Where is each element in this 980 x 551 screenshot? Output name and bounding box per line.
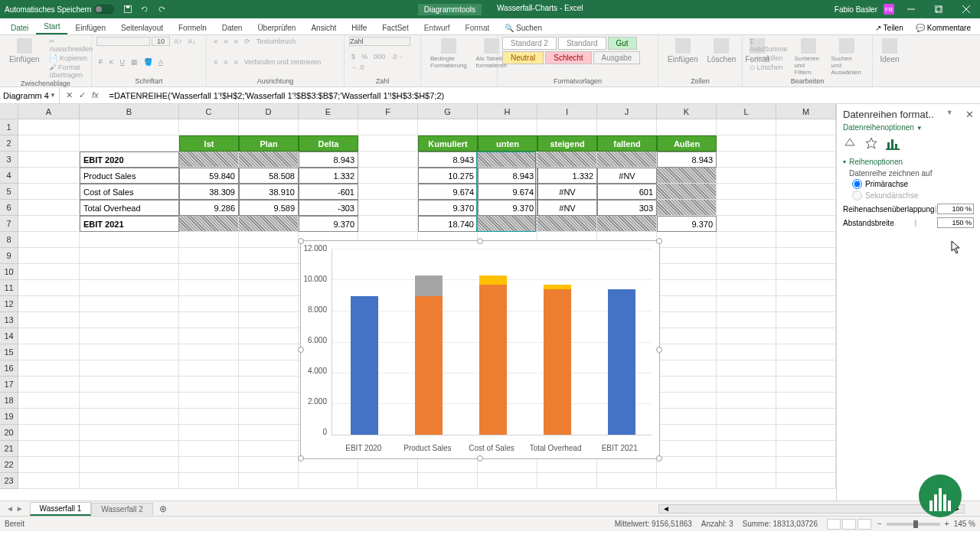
row-header[interactable]: 19 — [0, 409, 18, 425]
row-header[interactable]: 3 — [0, 152, 18, 168]
currency-icon[interactable]: $ — [349, 52, 358, 61]
autosave-toggle[interactable]: Automatisches Speichern — [5, 5, 114, 14]
chart-plot-area[interactable] — [332, 249, 652, 435]
resize-handle[interactable] — [298, 238, 304, 244]
cell[interactable]: Kumuliert — [418, 135, 478, 152]
cell[interactable]: Delta — [299, 135, 358, 152]
formula-input[interactable]: =DATENREIHE('Wasserfall 1'!$H$2;'Wasserf… — [105, 91, 980, 100]
col-header[interactable]: B — [80, 104, 179, 119]
cell[interactable]: 18.740 — [418, 216, 478, 232]
cell[interactable]: 9.589 — [239, 200, 299, 216]
row-header[interactable]: 20 — [0, 425, 18, 441]
cell[interactable] — [537, 152, 597, 168]
font-name-input[interactable] — [96, 37, 150, 46]
fill-button[interactable]: ↓ Ausfüllen — [747, 54, 790, 63]
add-sheet-button[interactable]: ⊕ — [153, 504, 173, 514]
font-size-input[interactable] — [152, 37, 170, 46]
tab-einfuegen[interactable]: Einfügen — [67, 21, 113, 34]
col-header[interactable]: F — [358, 104, 418, 119]
tab-start[interactable]: Start — [36, 20, 67, 34]
style-schlecht[interactable]: Schlecht — [545, 51, 591, 64]
resize-handle[interactable] — [298, 455, 304, 461]
resize-handle[interactable] — [477, 455, 483, 461]
wrap-button[interactable]: Textumbruch — [254, 37, 299, 46]
cell[interactable]: 9.286 — [179, 200, 239, 216]
fx-icon[interactable]: fx — [92, 90, 99, 100]
align-bot-icon[interactable]: ≡ — [232, 37, 240, 46]
row-header[interactable]: 11 — [0, 280, 18, 296]
grid[interactable]: A B C D E F G H I J K L M 1 2 3 4 5 6 7 … — [0, 104, 836, 500]
align-mid-icon[interactable]: ≡ — [221, 37, 230, 46]
horizontal-scrollbar[interactable]: ◄► — [173, 504, 980, 514]
cell[interactable]: #NV — [597, 168, 657, 184]
cell[interactable]: 58.508 — [239, 168, 299, 184]
bar-ebit2021[interactable] — [608, 289, 635, 435]
tab-daten[interactable]: Daten — [214, 21, 250, 34]
tab-entwurf[interactable]: Entwurf — [416, 21, 458, 34]
align-center-icon[interactable]: ≡ — [221, 57, 230, 67]
cell[interactable]: 9.370 — [418, 200, 478, 216]
find-select-button[interactable]: Suchen und Auswählen — [827, 37, 868, 77]
decrease-font-icon[interactable]: A↓ — [186, 37, 199, 46]
copy-button[interactable]: 📄 Kopieren — [47, 54, 95, 63]
style-neutral[interactable]: Neutral — [502, 51, 544, 64]
row-header[interactable]: 6 — [0, 200, 18, 216]
series-options-icon[interactable] — [886, 136, 900, 150]
inc-decimal-icon[interactable]: .0→ — [389, 52, 407, 61]
bold-button[interactable]: F — [96, 57, 106, 67]
cell[interactable] — [239, 216, 299, 232]
pane-subtitle[interactable]: Datenreihenoptionen ▼ — [843, 123, 974, 132]
sort-filter-button[interactable]: Sortieren und Filtern — [790, 37, 827, 77]
overlap-input[interactable] — [937, 204, 974, 214]
section-reihenoptionen[interactable]: ▾ Reihenoptionen — [843, 158, 974, 166]
row-header[interactable]: 4 — [0, 168, 18, 184]
percent-icon[interactable]: % — [359, 52, 370, 61]
row-header[interactable]: 18 — [0, 393, 18, 409]
fill-line-icon[interactable] — [843, 136, 857, 150]
cell[interactable]: 8.943 — [418, 152, 478, 168]
orient-icon[interactable]: ⟳ — [242, 37, 253, 46]
cell[interactable]: fallend — [597, 135, 657, 152]
number-format-select[interactable] — [349, 37, 410, 46]
cell[interactable]: 9.370 — [657, 216, 717, 232]
cell[interactable]: 38.910 — [239, 184, 299, 200]
sheet-tab-wasserfall1[interactable]: Wasserfall 1 — [30, 502, 92, 516]
col-header[interactable]: A — [18, 104, 80, 119]
cell[interactable]: 303 — [597, 200, 657, 216]
fill-color-button[interactable]: 🪣 — [142, 57, 155, 67]
bar-costofsales-unten[interactable] — [479, 285, 507, 435]
cut-button[interactable]: ✂ Ausschneiden — [47, 37, 95, 54]
font-color-button[interactable]: A — [156, 57, 165, 67]
cell[interactable]: steigend — [537, 135, 597, 152]
cell[interactable] — [657, 200, 717, 216]
cell[interactable] — [179, 152, 239, 168]
user-name[interactable]: Fabio Basler — [835, 5, 877, 14]
name-box[interactable]: Diagramm 4 ▼ — [0, 88, 60, 103]
sheet-nav[interactable]: ◄ ► — [0, 504, 30, 513]
cell[interactable]: EBIT 2020 — [80, 152, 179, 168]
redo-icon[interactable] — [157, 5, 166, 14]
maximize-button[interactable] — [928, 0, 949, 18]
row-header[interactable]: 5 — [0, 184, 18, 200]
cell[interactable]: 9.674 — [418, 184, 478, 200]
format-painter-button[interactable]: 🖌 Format übertragen — [47, 63, 95, 80]
merge-button[interactable]: Verbinden und zentrieren — [242, 57, 324, 67]
tab-format[interactable]: Format — [458, 21, 498, 34]
cell[interactable]: Plan — [239, 135, 299, 152]
bar-productsales-unten[interactable] — [415, 296, 443, 435]
bar-ebit2020[interactable] — [351, 296, 378, 435]
sheet-tab-wasserfall2[interactable]: Wasserfall 2 — [91, 503, 153, 515]
cell[interactable]: -303 — [299, 200, 358, 216]
row-header[interactable]: 16 — [0, 360, 18, 377]
cell[interactable]: Total Overhead — [80, 200, 179, 216]
zoom-level[interactable]: 145 % — [954, 520, 975, 528]
paste-button[interactable]: Einfügen — [5, 37, 44, 80]
cell[interactable]: EBIT 2021 — [80, 216, 179, 232]
align-left-icon[interactable]: ≡ — [211, 57, 220, 67]
col-header[interactable]: I — [537, 104, 597, 119]
resize-handle[interactable] — [477, 238, 483, 244]
increase-font-icon[interactable]: A↑ — [172, 37, 185, 46]
cell[interactable] — [597, 152, 657, 168]
cell[interactable]: 601 — [597, 184, 657, 200]
col-header[interactable]: L — [717, 104, 776, 119]
